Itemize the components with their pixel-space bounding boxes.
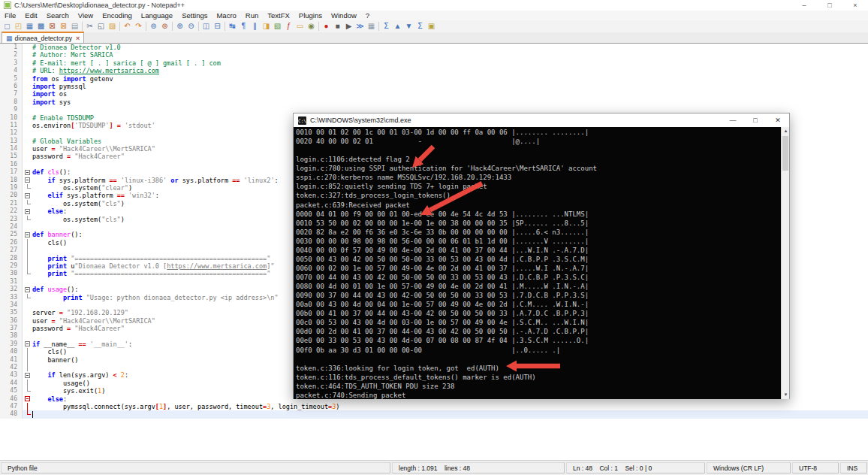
cmd-scroll-thumb[interactable]: [782, 136, 788, 171]
editor-line[interactable]: 8import sys: [0, 98, 868, 106]
sort-ascending-icon[interactable]: ▲: [392, 21, 403, 32]
status-insert-mode[interactable]: INS: [840, 462, 867, 473]
editor-line[interactable]: 1# Dionaea Detector v1.0: [0, 44, 868, 51]
menu-item-file[interactable]: File: [0, 11, 20, 20]
word-wrap-icon[interactable]: ↹: [227, 21, 238, 32]
zoom-in-icon[interactable]: ⊕: [174, 21, 185, 32]
print-icon[interactable]: ▤: [69, 21, 80, 32]
undo-icon[interactable]: ↶: [122, 21, 133, 32]
close-all-icon[interactable]: ⊠: [58, 21, 69, 32]
redo-icon[interactable]: ↷: [133, 21, 144, 32]
zoom-out-icon[interactable]: ⊖: [185, 21, 197, 32]
menu-item-macro[interactable]: Macro: [212, 11, 240, 20]
menu-item-[interactable]: ?: [361, 11, 374, 20]
line-number: 18: [0, 177, 23, 184]
user-define-dialog-icon[interactable]: ◨: [261, 21, 272, 32]
menu-item-textfx[interactable]: TextFX: [263, 11, 294, 20]
show-all-characters-icon[interactable]: ¶: [238, 21, 249, 32]
fold-collapse-icon[interactable]: [25, 170, 30, 175]
cmd-close-button[interactable]: ✕: [767, 113, 789, 127]
fold-collapse-icon[interactable]: [25, 287, 30, 292]
fold-collapse-icon[interactable]: [25, 341, 30, 346]
editor-line[interactable]: 4# URL: https://www.mertsarica.com: [0, 67, 868, 74]
save-all-icon[interactable]: ▩: [35, 21, 47, 32]
paste-icon[interactable]: ▨: [107, 21, 118, 32]
cmd-scrollbar[interactable]: ▲ ▼: [781, 127, 789, 399]
editor-line[interactable]: 48: [0, 410, 868, 418]
editor-line[interactable]: 6import pymssql: [0, 83, 868, 90]
cmd-scroll-up-icon[interactable]: ▲: [782, 127, 790, 135]
editor-line[interactable]: 47 pymssql.connect(sys.argv[1], user, pa…: [0, 403, 868, 410]
fold-margin-marker[interactable]: [23, 340, 32, 348]
sync-horizontal-scrolling-icon[interactable]: ⊟: [212, 21, 223, 32]
cmd-title-bar[interactable]: C:\ C:\WINDOWS\system32\cmd.exe — □ ✕: [294, 113, 789, 127]
editor-line[interactable]: 2# Author: Mert SARICA: [0, 51, 868, 59]
menu-item-encoding[interactable]: Encoding: [98, 11, 137, 20]
cmd-maximize-button[interactable]: □: [744, 113, 767, 127]
monitoring-icon[interactable]: ◉: [306, 21, 317, 32]
fold-margin-marker[interactable]: [23, 395, 32, 403]
function-list-icon[interactable]: ƒ: [283, 21, 294, 32]
title-bar[interactable]: C:\Users\Mert\Desktop\dionaea_detector.p…: [0, 0, 868, 11]
menu-item-view[interactable]: View: [74, 11, 98, 20]
new-file-icon[interactable]: ◻: [2, 21, 13, 32]
cmd-minimize-button[interactable]: —: [722, 113, 744, 127]
menu-item-window[interactable]: Window: [327, 11, 361, 20]
fold-margin-marker: [23, 184, 32, 192]
fold-margin-marker[interactable]: [23, 231, 32, 238]
menu-item-edit[interactable]: Edit: [20, 11, 41, 20]
fold-collapse-icon[interactable]: [25, 209, 30, 214]
tab-dionaea-detector[interactable]: ▦ dionaea_detector.py ×: [2, 32, 84, 43]
close-button[interactable]: ×: [842, 0, 868, 11]
macro-play-icon[interactable]: ▶: [343, 21, 354, 32]
textfx-tool-icon[interactable]: ▣: [426, 21, 437, 32]
maximize-button[interactable]: □: [817, 0, 842, 11]
close-file-icon[interactable]: ⊠: [47, 21, 58, 32]
macro-stop-icon[interactable]: ■: [332, 21, 343, 32]
editor-line[interactable]: 5from os import getenv: [0, 75, 868, 83]
cmd-scroll-down-icon[interactable]: ▼: [782, 391, 790, 399]
macro-run-multiple-icon[interactable]: ≫: [354, 21, 366, 32]
fold-margin-marker[interactable]: [23, 192, 32, 199]
sync-vertical-scrolling-icon[interactable]: ◫: [200, 21, 212, 32]
find-icon[interactable]: ⊚: [148, 21, 159, 32]
menu-item-run[interactable]: Run: [241, 11, 263, 20]
copy-icon[interactable]: ◱: [95, 21, 107, 32]
tab-close-icon[interactable]: ×: [76, 35, 80, 42]
save-icon[interactable]: ▦: [24, 21, 35, 32]
editor-line[interactable]: 3# E-mail: mert [ . ] sarica [ @ ] gmail…: [0, 59, 868, 67]
fold-collapse-icon[interactable]: [25, 232, 30, 238]
replace-icon[interactable]: ⊚: [159, 21, 170, 32]
folder-as-workspace-icon[interactable]: ▭: [294, 21, 306, 32]
sort-descending-icon[interactable]: ▼: [403, 21, 414, 32]
macro-record-icon[interactable]: ●: [321, 21, 332, 32]
tds-dump-text: 0010 00 01 02 00 1c 00 01 03-00 1d 00 00…: [294, 127, 782, 399]
fold-collapse-icon[interactable]: [25, 373, 30, 378]
textfx-sum-icon[interactable]: Σ: [381, 21, 392, 32]
menu-item-plugins[interactable]: Plugins: [294, 11, 327, 20]
cut-icon[interactable]: ✂: [84, 21, 95, 32]
minimize-button[interactable]: –: [791, 0, 817, 11]
code-text: # Author: Mert SARICA: [32, 51, 868, 59]
textfx-sigma-icon[interactable]: Σ: [414, 21, 426, 32]
open-file-icon[interactable]: ◰: [13, 21, 24, 32]
editor-line[interactable]: 7import os: [0, 90, 868, 98]
doc-map-icon[interactable]: ▧: [272, 21, 283, 32]
macro-save-icon[interactable]: ▦: [366, 21, 377, 32]
fold-margin-marker[interactable]: [23, 207, 32, 215]
line-number: 17: [0, 168, 23, 176]
line-number: 21: [0, 200, 23, 207]
menu-item-language[interactable]: Language: [137, 11, 177, 20]
menu-item-settings[interactable]: Settings: [177, 11, 212, 20]
fold-collapse-icon[interactable]: [25, 396, 30, 401]
fold-margin-marker[interactable]: [23, 286, 32, 293]
fold-collapse-icon[interactable]: [25, 177, 30, 183]
fold-margin-marker[interactable]: [23, 371, 32, 379]
indent-guide-icon[interactable]: ∥: [249, 21, 261, 32]
fold-margin-marker[interactable]: [23, 168, 32, 176]
fold-collapse-icon[interactable]: [25, 193, 30, 198]
status-length-lines: length : 1.091 lines : 48: [392, 462, 565, 473]
fold-guide-line: [27, 364, 28, 371]
menu-item-search[interactable]: Search: [42, 11, 74, 20]
fold-margin-marker[interactable]: [23, 177, 32, 184]
